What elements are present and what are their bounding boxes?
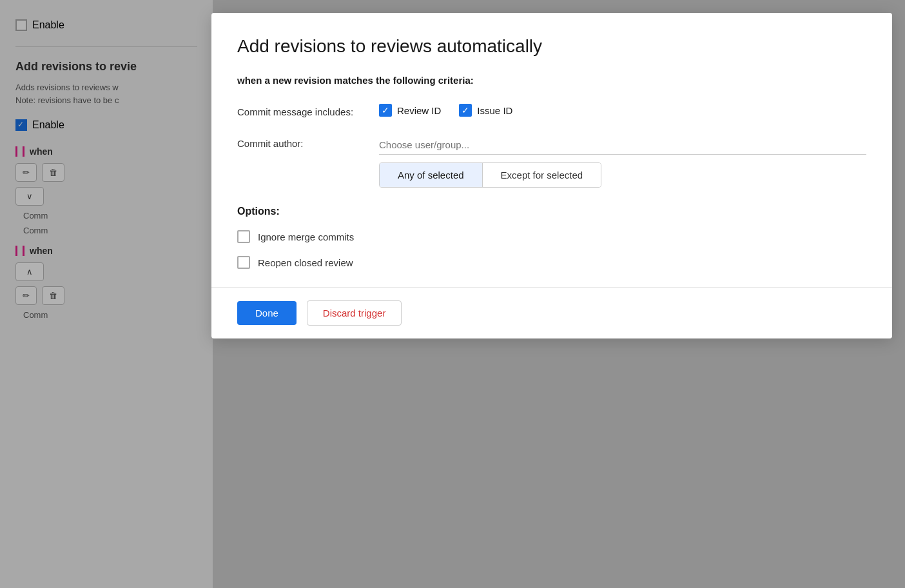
ignore-merge-option[interactable]: Ignore merge commits bbox=[237, 230, 866, 243]
ignore-merge-checkbox[interactable] bbox=[237, 230, 250, 243]
any-of-selected-button[interactable]: Any of selected bbox=[380, 163, 482, 187]
commit-author-row: Commit author: Any of selected Except fo… bbox=[237, 135, 866, 188]
review-id-checkbox-item[interactable]: ✓ Review ID bbox=[379, 104, 441, 117]
review-id-checkmark: ✓ bbox=[382, 106, 389, 115]
discard-button[interactable]: Discard trigger bbox=[307, 300, 402, 326]
options-section: Options: Ignore merge commits Reopen clo… bbox=[237, 206, 866, 269]
modal-footer: Done Discard trigger bbox=[211, 287, 892, 338]
issue-id-checkbox[interactable]: ✓ bbox=[459, 104, 472, 117]
except-for-selected-button[interactable]: Except for selected bbox=[483, 163, 601, 187]
commit-message-controls: ✓ Review ID ✓ Issue ID bbox=[379, 104, 866, 117]
review-id-label: Review ID bbox=[397, 105, 441, 116]
reopen-closed-checkbox[interactable] bbox=[237, 256, 250, 269]
options-title: Options: bbox=[237, 206, 866, 217]
user-group-input[interactable] bbox=[379, 135, 866, 155]
author-filter-toggle: Any of selected Except for selected bbox=[379, 162, 601, 188]
review-id-checkbox[interactable]: ✓ bbox=[379, 104, 392, 117]
commit-author-label: Commit author: bbox=[237, 135, 379, 149]
done-button[interactable]: Done bbox=[237, 301, 297, 325]
commit-message-checkbox-group: ✓ Review ID ✓ Issue ID bbox=[379, 104, 866, 117]
issue-id-checkmark: ✓ bbox=[462, 106, 469, 115]
modal-dialog: Add revisions to reviews automatically w… bbox=[211, 13, 892, 338]
ignore-merge-label: Ignore merge commits bbox=[258, 231, 354, 242]
commit-message-row: Commit message includes: ✓ Review ID ✓ I… bbox=[237, 104, 866, 117]
commit-message-label: Commit message includes: bbox=[237, 104, 379, 117]
commit-author-controls: Any of selected Except for selected bbox=[379, 135, 866, 188]
reopen-closed-option[interactable]: Reopen closed review bbox=[237, 256, 866, 269]
issue-id-label: Issue ID bbox=[477, 105, 512, 116]
modal-title: Add revisions to reviews automatically bbox=[237, 36, 866, 57]
reopen-closed-label: Reopen closed review bbox=[258, 257, 353, 268]
modal-subtitle: when a new revision matches the followin… bbox=[237, 75, 866, 86]
issue-id-checkbox-item[interactable]: ✓ Issue ID bbox=[459, 104, 512, 117]
